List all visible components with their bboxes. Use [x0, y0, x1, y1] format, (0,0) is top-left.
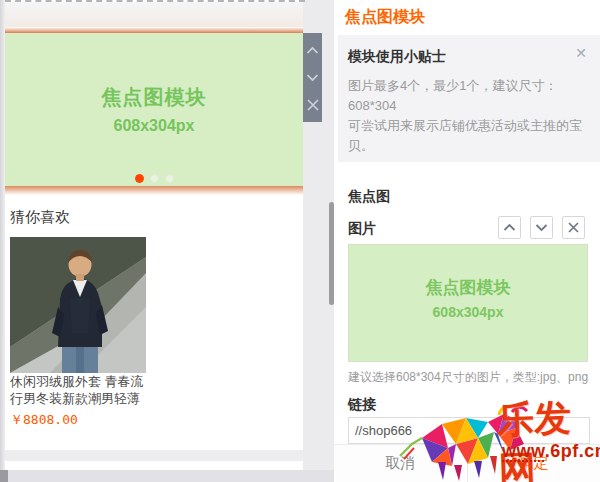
module-move-up-button[interactable] — [305, 43, 320, 58]
close-icon — [568, 222, 579, 233]
carousel-dot[interactable] — [150, 174, 159, 183]
module-move-down-button[interactable] — [305, 70, 320, 85]
tip-text-line: 可尝试用来展示店铺优惠活动或主推的宝贝。 — [348, 116, 586, 156]
preview-footer-strip — [5, 450, 303, 461]
placeholder-title: 焦点图模块 — [426, 276, 511, 299]
module-delete-button[interactable] — [305, 97, 320, 112]
chevron-up-icon — [503, 223, 516, 232]
link-field-label: 链接 — [348, 396, 376, 414]
panel-title: 焦点图模块 — [345, 7, 425, 28]
chevron-down-icon — [306, 73, 319, 82]
link-input[interactable] — [348, 417, 590, 444]
tip-heading: 模块使用小贴士 — [348, 48, 586, 66]
image-field-label: 图片 — [348, 220, 376, 238]
image-hint-text: 建议选择608*304尺寸的图片，类型:jpg、png — [348, 369, 588, 386]
confirm-button[interactable]: 确定 — [467, 445, 600, 482]
cancel-button[interactable]: 取消 — [334, 445, 467, 482]
module-drop-indicator — [5, 0, 305, 2]
image-placeholder-thumb[interactable]: 焦点图模块 608x304px — [348, 244, 588, 362]
chevron-down-icon — [535, 223, 548, 232]
banner-title: 焦点图模块 — [102, 84, 207, 111]
horizontal-scrollbar-thumb[interactable] — [0, 470, 8, 482]
panel-scrollbar-thumb[interactable] — [329, 202, 334, 305]
usage-tip-box: ✕ 模块使用小贴士 图片最多4个，最少1个，建议尺寸：608*304 可尝试用来… — [338, 35, 600, 162]
item-move-up-button[interactable] — [498, 216, 521, 239]
module-selection-glow-bottom — [5, 186, 303, 195]
focus-image-module-preview[interactable]: 焦点图模块 608x304px — [5, 33, 303, 186]
module-toolbar — [303, 33, 322, 122]
shop-designer-window: 焦点图模块 608x304px 猜你喜欢 — [0, 0, 600, 482]
product-title: 休闲羽绒服外套 青春流行男冬装新款潮男轻薄 — [10, 373, 153, 407]
focus-image-group-label: 焦点图 — [348, 188, 390, 206]
guess-you-like-title: 猜你喜欢 — [10, 208, 70, 227]
product-photo[interactable] — [10, 237, 146, 373]
horizontal-scrollbar[interactable] — [0, 470, 334, 482]
chevron-up-icon — [306, 46, 319, 55]
carousel-dot-active[interactable] — [135, 174, 144, 183]
module-top-margin — [5, 2, 303, 27]
dialog-footer: 取消 确定 — [334, 444, 600, 482]
tip-text-line: 图片最多4个，最少1个，建议尺寸：608*304 — [348, 76, 586, 116]
tip-close-icon[interactable]: ✕ — [575, 46, 587, 60]
carousel-dot[interactable] — [165, 174, 174, 183]
banner-size-text: 608x304px — [114, 117, 195, 135]
product-photo-image — [10, 237, 146, 373]
carousel-dots — [5, 174, 303, 183]
item-move-down-button[interactable] — [530, 216, 553, 239]
product-price: ￥8808.00 — [10, 411, 78, 429]
item-delete-button[interactable] — [562, 216, 585, 239]
close-icon — [307, 99, 319, 111]
placeholder-size-text: 608x304px — [433, 304, 504, 320]
image-item-actions — [498, 216, 585, 239]
